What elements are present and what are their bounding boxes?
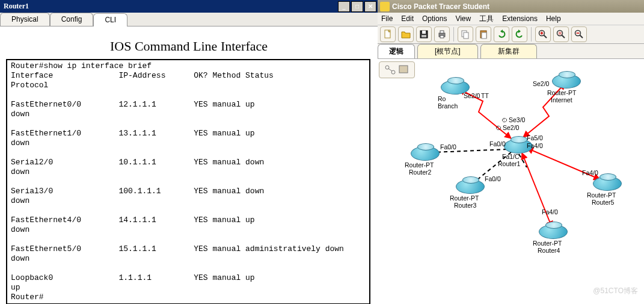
device-router5-name: Router5 <box>592 199 614 206</box>
maximize-button[interactable]: □ <box>351 1 363 12</box>
device-router2-name: Router2 <box>409 169 431 176</box>
svg-line-12 <box>544 36 547 39</box>
label-r1-se30: Se3/0 <box>509 116 525 123</box>
device-router2[interactable] <box>411 146 440 161</box>
device-internet[interactable] <box>552 74 581 88</box>
save-file-icon[interactable] <box>416 26 432 42</box>
label-clock2: ⏲ <box>495 124 502 131</box>
tab-config[interactable]: Config <box>50 13 94 26</box>
svg-rect-6 <box>440 36 444 38</box>
pt-tabstrip: 逻辑 [根节点] 新集群 <box>378 44 644 59</box>
device-router2-model: Router-PT <box>405 161 434 169</box>
device-branch-name: Branch <box>438 102 458 110</box>
menu-edit[interactable]: Edit <box>401 14 414 23</box>
cli-heading: IOS Command Line Interface <box>0 39 378 54</box>
router1-titlebar[interactable]: Router1 _ □ ✕ <box>0 0 378 13</box>
cli-output[interactable]: Router#show ip interface brief Interface… <box>11 61 366 302</box>
menu-file[interactable]: File <box>381 14 393 23</box>
zoom-reset-icon[interactable]: R <box>553 26 569 42</box>
label-branch-tt: TT <box>481 92 489 99</box>
device-router5-model: Router-PT <box>587 191 616 199</box>
zoom-in-icon[interactable] <box>535 26 551 42</box>
svg-rect-8 <box>464 33 468 39</box>
svg-rect-10 <box>482 33 486 39</box>
undo-icon[interactable] <box>494 26 509 42</box>
label-r1-fa00: Fa0/0 <box>489 140 506 147</box>
zoom-out-icon[interactable] <box>571 26 587 42</box>
router1-window: Router1 _ □ ✕ Physical Config CLI IOS Co… <box>0 0 378 304</box>
svg-line-16 <box>562 36 565 39</box>
pt-menubar: File Edit Options View 工具 Extensions Hel… <box>378 13 644 25</box>
device-router3-name: Router3 <box>454 202 476 209</box>
topology-canvas[interactable]: Ro Branch Router-PT Internet Fa1/C Route… <box>378 59 644 300</box>
tab-cli[interactable]: CLI <box>93 13 127 26</box>
label-r2-fa00: Fa0/0 <box>440 143 456 150</box>
minimize-button[interactable]: _ <box>338 1 350 12</box>
device-internet-name: Internet <box>551 96 572 104</box>
label-r1-fa40: Fa4/0 <box>527 142 543 149</box>
svg-rect-5 <box>440 31 444 33</box>
device-router1-name: Router1 <box>498 160 520 167</box>
pt-titlebar[interactable]: Cisco Packet Tracer Student <box>378 0 644 13</box>
paste-icon[interactable] <box>476 26 491 42</box>
device-router3-model: Router-PT <box>450 194 479 202</box>
device-internet-model: Router-PT <box>547 89 576 96</box>
svg-text:R: R <box>559 31 562 36</box>
device-router4-name: Router4 <box>538 247 560 254</box>
tab-logical[interactable]: 逻辑 <box>378 44 415 58</box>
device-router5[interactable] <box>593 176 622 191</box>
toolbar-separator-2 <box>531 27 532 42</box>
menu-view[interactable]: View <box>455 14 471 23</box>
svg-rect-3 <box>422 35 426 37</box>
label-r1-fa50: Fa5/0 <box>527 134 543 141</box>
device-branch-model: Ro <box>438 95 446 102</box>
label-clock1: ⏲ <box>501 116 508 123</box>
router1-tabs: Physical Config CLI <box>0 13 378 26</box>
close-button[interactable]: ✕ <box>364 1 376 12</box>
menu-extensions[interactable]: Extensions <box>502 14 538 23</box>
root-node-button[interactable]: [根节点] <box>417 44 478 58</box>
pt-toolbar: R <box>378 25 644 44</box>
app-icon <box>380 2 390 11</box>
window-controls: _ □ ✕ <box>338 1 376 12</box>
device-router4-model: Router-PT <box>533 240 562 247</box>
toolbar-separator <box>453 27 454 42</box>
watermark: @51CTO博客 <box>593 286 638 296</box>
print-icon[interactable] <box>434 26 450 42</box>
copy-icon[interactable] <box>458 26 473 42</box>
device-router3[interactable] <box>456 179 485 194</box>
cli-terminal[interactable]: Router#show ip interface brief Interface… <box>6 59 370 304</box>
open-file-icon[interactable] <box>398 26 414 42</box>
label-internet-se20: Se2/0 <box>533 80 549 87</box>
redo-icon[interactable] <box>512 26 527 42</box>
menu-tools[interactable]: 工具 <box>479 14 494 24</box>
menu-options[interactable]: Options <box>422 14 447 23</box>
new-cluster-button[interactable]: 新集群 <box>480 44 537 58</box>
pt-title: Cisco Packet Tracer Student <box>392 2 489 11</box>
label-r5-fa40: Fa4/0 <box>582 169 598 176</box>
svg-rect-2 <box>422 31 426 34</box>
label-r4-fa40: Fa4/0 <box>542 208 558 216</box>
label-branch-se20: Se2/0 <box>464 92 480 99</box>
svg-line-19 <box>580 36 583 39</box>
label-r1-se20: Se2/0 <box>503 124 519 131</box>
menu-help[interactable]: Help <box>546 14 561 23</box>
packet-tracer-window: Cisco Packet Tracer Student File Edit Op… <box>378 0 644 304</box>
router1-title: Router1 <box>1 2 338 11</box>
new-file-icon[interactable] <box>380 26 396 42</box>
device-router4[interactable] <box>539 225 568 239</box>
tab-physical[interactable]: Physical <box>0 13 50 26</box>
svg-line-26 <box>522 153 552 228</box>
device-router1-model: Fa1/C <box>502 153 520 160</box>
label-r3-fa00: Fa0/0 <box>485 175 501 182</box>
